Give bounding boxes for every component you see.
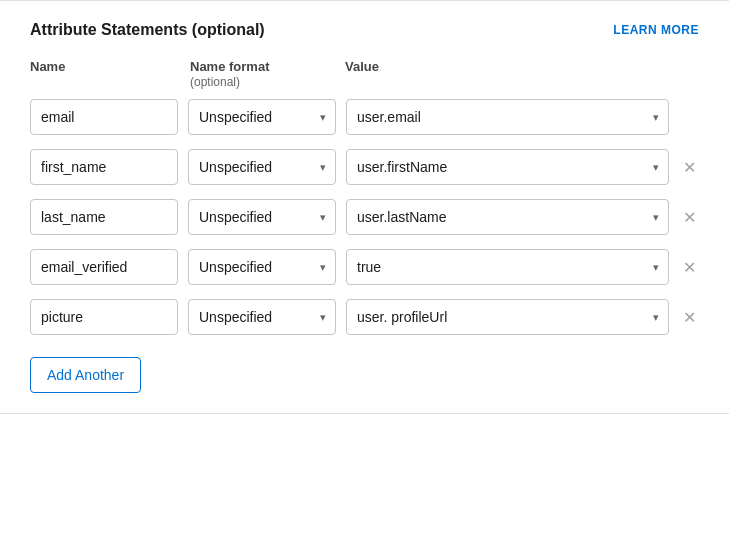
attribute-rows-container: UnspecifiedURI ReferenceBasicx509Subject… [30, 99, 699, 335]
format-select[interactable]: UnspecifiedURI ReferenceBasicx509Subject… [188, 99, 336, 135]
value-select[interactable]: user.lastName [346, 199, 669, 235]
format-select-wrapper: UnspecifiedURI ReferenceBasicx509Subject… [188, 149, 336, 185]
format-column-header: Name format (optional) [190, 59, 345, 89]
attribute-row: UnspecifiedURI ReferenceBasicx509Subject… [30, 199, 699, 235]
remove-row-button[interactable]: ✕ [679, 157, 699, 177]
format-select-wrapper: UnspecifiedURI ReferenceBasicx509Subject… [188, 99, 336, 135]
remove-row-button[interactable]: ✕ [679, 207, 699, 227]
name-input[interactable] [30, 199, 178, 235]
attribute-row: UnspecifiedURI ReferenceBasicx509Subject… [30, 299, 699, 335]
section-title: Attribute Statements (optional) [30, 21, 265, 39]
remove-row-button[interactable]: ✕ [679, 307, 699, 327]
value-select-wrapper: user. profileUrl▾ [346, 299, 669, 335]
format-select[interactable]: UnspecifiedURI ReferenceBasicx509Subject… [188, 249, 336, 285]
name-input[interactable] [30, 299, 178, 335]
value-select[interactable]: user.email [346, 99, 669, 135]
name-column-header: Name [30, 59, 190, 74]
name-input[interactable] [30, 249, 178, 285]
value-select[interactable]: user.firstName [346, 149, 669, 185]
format-select[interactable]: UnspecifiedURI ReferenceBasicx509Subject… [188, 299, 336, 335]
attribute-row: UnspecifiedURI ReferenceBasicx509Subject… [30, 99, 699, 135]
format-select-wrapper: UnspecifiedURI ReferenceBasicx509Subject… [188, 199, 336, 235]
value-select[interactable]: true [346, 249, 669, 285]
value-select-wrapper: user.email▾ [346, 99, 669, 135]
attribute-row: UnspecifiedURI ReferenceBasicx509Subject… [30, 249, 699, 285]
format-select[interactable]: UnspecifiedURI ReferenceBasicx509Subject… [188, 149, 336, 185]
attribute-row: UnspecifiedURI ReferenceBasicx509Subject… [30, 149, 699, 185]
format-select[interactable]: UnspecifiedURI ReferenceBasicx509Subject… [188, 199, 336, 235]
value-select-wrapper: user.firstName▾ [346, 149, 669, 185]
value-select-wrapper: user.lastName▾ [346, 199, 669, 235]
format-select-wrapper: UnspecifiedURI ReferenceBasicx509Subject… [188, 299, 336, 335]
add-another-button[interactable]: Add Another [30, 357, 141, 393]
value-column-header: Value [345, 59, 659, 74]
remove-row-button[interactable]: ✕ [679, 257, 699, 277]
name-input[interactable] [30, 99, 178, 135]
value-select[interactable]: user. profileUrl [346, 299, 669, 335]
name-input[interactable] [30, 149, 178, 185]
column-headers: Name Name format (optional) Value [30, 59, 699, 89]
format-select-wrapper: UnspecifiedURI ReferenceBasicx509Subject… [188, 249, 336, 285]
learn-more-link[interactable]: LEARN MORE [613, 23, 699, 37]
value-select-wrapper: true▾ [346, 249, 669, 285]
section-header: Attribute Statements (optional) LEARN MO… [30, 21, 699, 39]
attribute-statements-section: Attribute Statements (optional) LEARN MO… [0, 0, 729, 414]
